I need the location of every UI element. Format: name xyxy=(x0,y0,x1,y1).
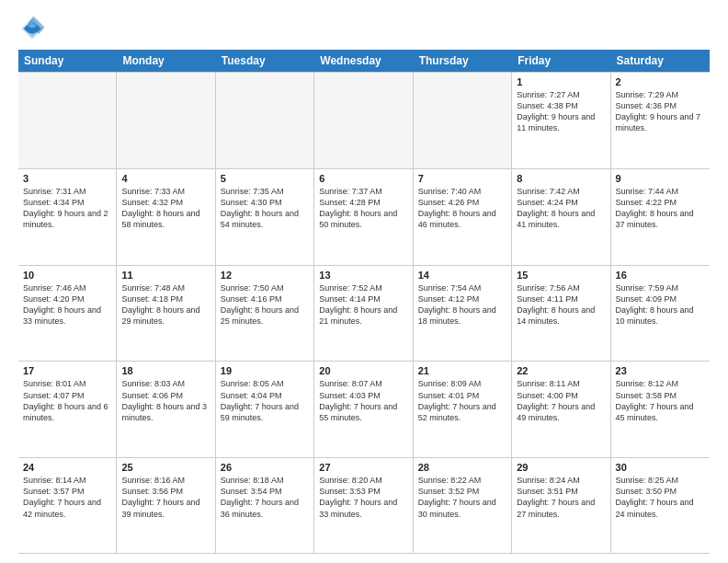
calendar-cell xyxy=(18,73,117,168)
calendar-week-5: 24Sunrise: 8:14 AM Sunset: 3:57 PM Dayli… xyxy=(18,457,710,554)
day-number: 30 xyxy=(616,462,705,473)
calendar-cell: 15Sunrise: 7:56 AM Sunset: 4:11 PM Dayli… xyxy=(512,266,610,362)
calendar-cell: 29Sunrise: 8:24 AM Sunset: 3:51 PM Dayli… xyxy=(512,458,610,553)
cell-info: Sunrise: 7:56 AM Sunset: 4:11 PM Dayligh… xyxy=(517,282,605,327)
day-number: 18 xyxy=(121,365,210,376)
calendar-week-1: 1Sunrise: 7:27 AM Sunset: 4:38 PM Daylig… xyxy=(18,72,710,168)
day-number: 13 xyxy=(319,270,407,281)
header-friday: Friday xyxy=(512,50,610,72)
cell-info: Sunrise: 7:27 AM Sunset: 4:38 PM Dayligh… xyxy=(517,89,605,134)
cell-info: Sunrise: 8:09 AM Sunset: 4:01 PM Dayligh… xyxy=(418,378,506,423)
day-number: 29 xyxy=(517,462,605,473)
calendar-cell: 6Sunrise: 7:37 AM Sunset: 4:28 PM Daylig… xyxy=(314,169,413,265)
day-number: 12 xyxy=(221,270,309,281)
day-number: 8 xyxy=(517,173,605,184)
day-number: 5 xyxy=(221,173,309,184)
calendar-header: Sunday Monday Tuesday Wednesday Thursday… xyxy=(18,50,710,72)
day-number: 10 xyxy=(23,270,111,281)
cell-info: Sunrise: 8:05 AM Sunset: 4:04 PM Dayligh… xyxy=(221,378,309,423)
calendar-cell: 5Sunrise: 7:35 AM Sunset: 4:30 PM Daylig… xyxy=(216,169,314,265)
calendar-cell: 28Sunrise: 8:22 AM Sunset: 3:52 PM Dayli… xyxy=(414,458,512,553)
calendar: Sunday Monday Tuesday Wednesday Thursday… xyxy=(18,50,710,554)
calendar-cell: 19Sunrise: 8:05 AM Sunset: 4:04 PM Dayli… xyxy=(216,362,314,457)
calendar-cell: 26Sunrise: 8:18 AM Sunset: 3:54 PM Dayli… xyxy=(216,458,314,553)
header-sunday: Sunday xyxy=(18,50,117,72)
day-number: 4 xyxy=(121,173,210,184)
calendar-cell: 2Sunrise: 7:29 AM Sunset: 4:36 PM Daylig… xyxy=(611,73,710,168)
header-tuesday: Tuesday xyxy=(216,50,314,72)
calendar-cell: 22Sunrise: 8:11 AM Sunset: 4:00 PM Dayli… xyxy=(512,362,610,457)
day-number: 24 xyxy=(23,462,111,473)
cell-info: Sunrise: 7:46 AM Sunset: 4:20 PM Dayligh… xyxy=(23,282,111,327)
cell-info: Sunrise: 8:14 AM Sunset: 3:57 PM Dayligh… xyxy=(23,475,111,520)
calendar-cell: 8Sunrise: 7:42 AM Sunset: 4:24 PM Daylig… xyxy=(512,169,610,265)
calendar-week-4: 17Sunrise: 8:01 AM Sunset: 4:07 PM Dayli… xyxy=(18,361,710,457)
calendar-cell xyxy=(314,73,413,168)
day-number: 19 xyxy=(221,365,309,376)
cell-info: Sunrise: 7:50 AM Sunset: 4:16 PM Dayligh… xyxy=(221,282,309,327)
day-number: 28 xyxy=(418,462,506,473)
calendar-cell: 1Sunrise: 7:27 AM Sunset: 4:38 PM Daylig… xyxy=(512,73,610,168)
calendar-cell: 11Sunrise: 7:48 AM Sunset: 4:18 PM Dayli… xyxy=(117,266,215,362)
cell-info: Sunrise: 8:03 AM Sunset: 4:06 PM Dayligh… xyxy=(121,378,210,423)
day-number: 11 xyxy=(121,270,210,281)
calendar-cell: 20Sunrise: 8:07 AM Sunset: 4:03 PM Dayli… xyxy=(314,362,413,457)
day-number: 7 xyxy=(418,173,506,184)
cell-info: Sunrise: 8:20 AM Sunset: 3:53 PM Dayligh… xyxy=(319,475,407,520)
calendar-cell: 24Sunrise: 8:14 AM Sunset: 3:57 PM Dayli… xyxy=(18,458,117,553)
cell-info: Sunrise: 8:11 AM Sunset: 4:00 PM Dayligh… xyxy=(517,378,605,423)
cell-info: Sunrise: 7:48 AM Sunset: 4:18 PM Dayligh… xyxy=(121,282,210,327)
cell-info: Sunrise: 7:31 AM Sunset: 4:34 PM Dayligh… xyxy=(23,186,111,231)
cell-info: Sunrise: 8:01 AM Sunset: 4:07 PM Dayligh… xyxy=(23,378,111,423)
day-number: 14 xyxy=(418,270,506,281)
calendar-cell: 3Sunrise: 7:31 AM Sunset: 4:34 PM Daylig… xyxy=(18,169,117,265)
cell-info: Sunrise: 8:12 AM Sunset: 3:58 PM Dayligh… xyxy=(616,378,705,423)
day-number: 17 xyxy=(23,365,111,376)
cell-info: Sunrise: 7:42 AM Sunset: 4:24 PM Dayligh… xyxy=(517,186,605,231)
calendar-cell: 10Sunrise: 7:46 AM Sunset: 4:20 PM Dayli… xyxy=(18,266,117,362)
day-number: 27 xyxy=(319,462,407,473)
cell-info: Sunrise: 7:52 AM Sunset: 4:14 PM Dayligh… xyxy=(319,282,407,327)
header-monday: Monday xyxy=(117,50,215,72)
day-number: 6 xyxy=(319,173,407,184)
day-number: 23 xyxy=(616,365,705,376)
cell-info: Sunrise: 7:44 AM Sunset: 4:22 PM Dayligh… xyxy=(616,186,705,231)
calendar-cell: 9Sunrise: 7:44 AM Sunset: 4:22 PM Daylig… xyxy=(611,169,710,265)
cell-info: Sunrise: 7:40 AM Sunset: 4:26 PM Dayligh… xyxy=(418,186,506,231)
cell-info: Sunrise: 7:35 AM Sunset: 4:30 PM Dayligh… xyxy=(221,186,309,231)
calendar-body: 1Sunrise: 7:27 AM Sunset: 4:38 PM Daylig… xyxy=(18,72,710,554)
calendar-cell xyxy=(117,73,215,168)
day-number: 22 xyxy=(517,365,605,376)
day-number: 16 xyxy=(616,270,705,281)
cell-info: Sunrise: 8:07 AM Sunset: 4:03 PM Dayligh… xyxy=(319,378,407,423)
calendar-cell: 4Sunrise: 7:33 AM Sunset: 4:32 PM Daylig… xyxy=(117,169,215,265)
cell-info: Sunrise: 8:24 AM Sunset: 3:51 PM Dayligh… xyxy=(517,475,605,520)
day-number: 20 xyxy=(319,365,407,376)
calendar-week-2: 3Sunrise: 7:31 AM Sunset: 4:34 PM Daylig… xyxy=(18,168,710,265)
calendar-cell: 23Sunrise: 8:12 AM Sunset: 3:58 PM Dayli… xyxy=(611,362,710,457)
logo-icon xyxy=(18,15,46,42)
logo xyxy=(18,15,50,42)
cell-info: Sunrise: 7:37 AM Sunset: 4:28 PM Dayligh… xyxy=(319,186,407,231)
calendar-cell: 17Sunrise: 8:01 AM Sunset: 4:07 PM Dayli… xyxy=(18,362,117,457)
calendar-cell xyxy=(216,73,314,168)
cell-info: Sunrise: 8:25 AM Sunset: 3:50 PM Dayligh… xyxy=(616,475,705,520)
cell-info: Sunrise: 7:33 AM Sunset: 4:32 PM Dayligh… xyxy=(121,186,210,231)
cell-info: Sunrise: 7:29 AM Sunset: 4:36 PM Dayligh… xyxy=(616,89,705,134)
day-number: 26 xyxy=(221,462,309,473)
cell-info: Sunrise: 7:59 AM Sunset: 4:09 PM Dayligh… xyxy=(616,282,705,327)
cell-info: Sunrise: 7:54 AM Sunset: 4:12 PM Dayligh… xyxy=(418,282,506,327)
calendar-cell: 14Sunrise: 7:54 AM Sunset: 4:12 PM Dayli… xyxy=(414,266,512,362)
page-header xyxy=(18,15,710,42)
calendar-cell: 13Sunrise: 7:52 AM Sunset: 4:14 PM Dayli… xyxy=(314,266,413,362)
calendar-cell: 16Sunrise: 7:59 AM Sunset: 4:09 PM Dayli… xyxy=(611,266,710,362)
calendar-cell: 12Sunrise: 7:50 AM Sunset: 4:16 PM Dayli… xyxy=(216,266,314,362)
calendar-cell: 30Sunrise: 8:25 AM Sunset: 3:50 PM Dayli… xyxy=(611,458,710,553)
header-saturday: Saturday xyxy=(611,50,710,72)
calendar-week-3: 10Sunrise: 7:46 AM Sunset: 4:20 PM Dayli… xyxy=(18,265,710,362)
calendar-cell xyxy=(414,73,512,168)
calendar-cell: 21Sunrise: 8:09 AM Sunset: 4:01 PM Dayli… xyxy=(414,362,512,457)
cell-info: Sunrise: 8:18 AM Sunset: 3:54 PM Dayligh… xyxy=(221,475,309,520)
cell-info: Sunrise: 8:22 AM Sunset: 3:52 PM Dayligh… xyxy=(418,475,506,520)
calendar-cell: 7Sunrise: 7:40 AM Sunset: 4:26 PM Daylig… xyxy=(414,169,512,265)
